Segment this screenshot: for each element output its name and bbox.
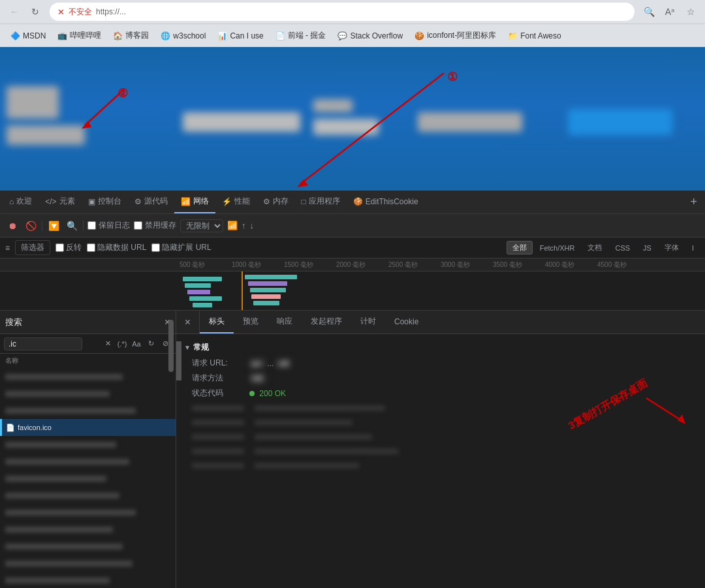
- tab-welcome[interactable]: ⌂ 欢迎: [3, 191, 39, 213]
- detail-row-blurred4: [184, 444, 697, 458]
- bookmark-cnblogs[interactable]: 🏠 博客园: [108, 27, 154, 44]
- back-button[interactable]: ←: [5, 3, 24, 21]
- tick-4000: 4000 毫秒: [545, 260, 597, 270]
- filter-doc-button[interactable]: 文档: [582, 241, 608, 255]
- tick-3500: 3500 毫秒: [493, 260, 545, 270]
- list-item[interactable]: [0, 385, 176, 402]
- tick-3000: 3000 毫秒: [441, 260, 493, 270]
- zoom-button[interactable]: 🔍: [640, 3, 658, 21]
- tab-memory[interactable]: ⚙ 内存: [257, 191, 295, 213]
- tab-elements[interactable]: </> 元素: [39, 191, 81, 213]
- filter-menu-icon: ≡: [5, 243, 10, 253]
- sources-icon: ⚙: [134, 197, 142, 206]
- filter-type-buttons: 全部 Fetch/XHR 文档 CSS JS 字体 I: [507, 241, 700, 255]
- iconfont-icon: 🍪: [415, 31, 424, 40]
- reload-button[interactable]: ↻: [26, 3, 44, 21]
- details-tab-cookie[interactable]: Cookie: [385, 311, 428, 333]
- details-tab-preview[interactable]: 预览: [234, 311, 268, 333]
- status-code-value: 200 OK: [249, 389, 697, 398]
- filter-all-button[interactable]: 全部: [507, 241, 533, 255]
- bookmark-msdn[interactable]: 🔷 MSDN: [5, 29, 51, 43]
- record-button[interactable]: ⏺: [5, 219, 20, 233]
- search-network-button[interactable]: 🔍: [65, 219, 79, 233]
- bookmark-stackoverflow[interactable]: 💬 Stack Overflow: [332, 29, 408, 43]
- list-item[interactable]: [0, 453, 176, 470]
- details-tab-initiator[interactable]: 发起程序: [302, 311, 351, 333]
- bookmark-caniuse[interactable]: 📊 Can I use: [212, 29, 268, 43]
- hide-ext-url-checkbox[interactable]: 隐藏扩展 URL: [151, 242, 211, 253]
- list-item[interactable]: [0, 470, 176, 487]
- filter-css-button[interactable]: CSS: [609, 242, 636, 254]
- list-item[interactable]: [0, 402, 176, 419]
- list-item[interactable]: [0, 504, 176, 521]
- tab-application[interactable]: □ 应用程序: [295, 191, 347, 213]
- list-item[interactable]: [0, 538, 176, 555]
- throttle-select[interactable]: 无限制: [180, 219, 223, 232]
- font-button[interactable]: Aᵃ: [661, 3, 679, 21]
- fontawesome-label: Font Aweso: [520, 31, 561, 40]
- bookmark-w3school[interactable]: 🌐 w3school: [155, 29, 211, 43]
- clear-button[interactable]: 🚫: [24, 219, 38, 233]
- list-item[interactable]: [0, 487, 176, 504]
- timeline-ruler: 500 毫秒 1000 毫秒 1500 毫秒 2000 毫秒 2500 毫秒 3…: [0, 258, 705, 271]
- details-tab-response[interactable]: 响应: [268, 311, 302, 333]
- tab-performance[interactable]: ⚡ 性能: [215, 191, 257, 213]
- network-toolbar: ⏺ 🚫 🔽 🔍 保留日志 禁用缓存 无限制 📶 ↑ ↓: [0, 214, 705, 238]
- title-bar: ← ↻ ✕ 不安全 https://... 🔍 Aᵃ ☆: [0, 0, 705, 23]
- list-item[interactable]: [0, 436, 176, 453]
- list-item[interactable]: [0, 521, 176, 538]
- refresh-search-button[interactable]: ↻: [144, 337, 157, 350]
- regex-button[interactable]: (.*): [116, 337, 129, 350]
- case-sensitive-button[interactable]: Aa: [130, 337, 143, 350]
- filter-bar: ≡ 筛选器 反转 隐藏数据 URL 隐藏扩展 URL 全部 Fetch/XHR …: [0, 238, 705, 258]
- cnblogs-icon: 🏠: [113, 31, 123, 40]
- bookmark-fontawesome[interactable]: 📁 Font Aweso: [503, 29, 566, 43]
- devtools-panel: ⌂ 欢迎 </> 元素 ▣ 控制台 ⚙ 源代码 📶 网络 ⚡ 性能: [0, 191, 705, 588]
- url-text: https://...: [96, 7, 627, 16]
- detail-row-blurred2: [184, 415, 697, 429]
- filter-more-button[interactable]: I: [686, 242, 700, 254]
- filter-fetch-button[interactable]: Fetch/XHR: [534, 242, 581, 254]
- details-close-button[interactable]: ×: [176, 311, 200, 333]
- add-tab-button[interactable]: +: [685, 191, 702, 213]
- toolbar-sep2: [83, 221, 84, 231]
- preserve-log-checkbox[interactable]: 保留日志: [87, 220, 130, 231]
- right-details-panel: × 标头 预览 响应 发起程序 计时 Cookie 常规 请求 URL:: [176, 311, 705, 588]
- filter-font-button[interactable]: 字体: [659, 241, 685, 255]
- dom-content-loaded-line: [242, 271, 243, 311]
- juejin-label: 前端 - 掘金: [288, 30, 326, 41]
- tab-network[interactable]: 📶 网络: [174, 191, 215, 213]
- list-item-favicon[interactable]: 📄 favicon.ico: [0, 419, 176, 436]
- search-clear-button[interactable]: ✕: [101, 337, 114, 350]
- star-button[interactable]: ☆: [682, 3, 700, 21]
- tab-sources[interactable]: ⚙ 源代码: [128, 191, 174, 213]
- list-item-header: 名称: [0, 354, 176, 368]
- tab-editthiscookie[interactable]: 🍪 EditThisCookie: [347, 191, 425, 213]
- search-input[interactable]: [4, 337, 82, 350]
- bookmark-iconfont[interactable]: 🍪 iconfont-阿里图标库: [409, 27, 501, 44]
- bookmark-juejin[interactable]: 📄 前端 - 掘金: [270, 27, 332, 44]
- list-item[interactable]: [0, 555, 176, 572]
- scrollbar-thumb[interactable]: [168, 320, 174, 372]
- filter-selector-label[interactable]: 筛选器: [15, 240, 50, 255]
- details-tab-headers[interactable]: 标头: [200, 311, 234, 333]
- tab-console[interactable]: ▣ 控制台: [82, 191, 128, 213]
- filter-icon-button[interactable]: 🔽: [46, 219, 61, 233]
- disable-cache-checkbox[interactable]: 禁用缓存: [134, 220, 176, 231]
- search-title: 搜索: [5, 317, 161, 328]
- status-code-row: 状态代码 200 OK: [184, 386, 697, 401]
- list-item[interactable]: [0, 572, 176, 588]
- console-icon: ▣: [88, 197, 95, 206]
- filter-js-button[interactable]: JS: [637, 242, 657, 254]
- left-panel: 搜索 × ✕ (.*) Aa ↻ ⊘ 名称: [0, 311, 176, 588]
- details-content: 常规 请求 URL: ps: ... ulti 请求方法: [176, 334, 705, 588]
- address-bar[interactable]: ✕ 不安全 https://...: [50, 3, 634, 21]
- list-item[interactable]: [0, 368, 176, 385]
- general-section-header[interactable]: 常规: [184, 339, 697, 356]
- stackoverflow-label: Stack Overflow: [350, 31, 403, 40]
- invert-checkbox[interactable]: 反转: [55, 242, 82, 253]
- details-tab-timing[interactable]: 计时: [351, 311, 385, 333]
- bookmark-bilibili[interactable]: 📺 哔哩哔哩: [52, 27, 106, 44]
- request-url-label: 请求 URL:: [192, 358, 244, 369]
- hide-data-url-checkbox[interactable]: 隐藏数据 URL: [87, 242, 146, 253]
